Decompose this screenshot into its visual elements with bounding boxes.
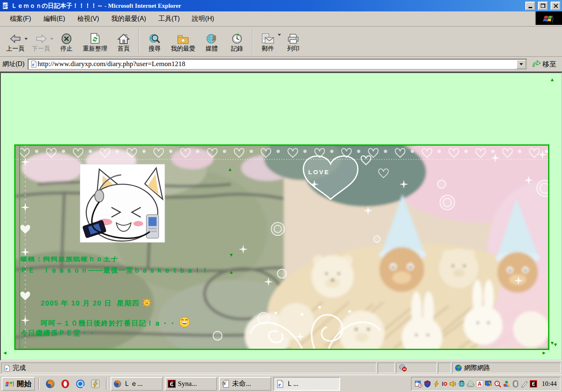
quicktime-icon[interactable] <box>75 379 85 389</box>
close-button[interactable] <box>551 2 560 10</box>
lightning-icon[interactable] <box>433 380 440 388</box>
task-synaptics[interactable]: Syna... <box>165 377 217 391</box>
forward-dropdown-icon[interactable] <box>50 38 53 40</box>
stop-button[interactable]: 停止 <box>54 28 79 55</box>
menu-view[interactable]: 檢視(V) <box>72 13 105 25</box>
display-settings-icon[interactable] <box>485 380 492 388</box>
media-icon <box>206 31 217 44</box>
go-arrow-icon <box>532 60 541 68</box>
volume-icon[interactable] <box>449 380 456 388</box>
menu-file[interactable]: 檔案(F) <box>4 13 37 25</box>
menu-favorites[interactable]: 我的最愛(A) <box>106 13 152 25</box>
start-button[interactable]: 開始 <box>2 377 35 391</box>
print-button[interactable]: 列印 <box>281 28 306 55</box>
taskbar-clock[interactable]: 10:44 <box>542 380 557 388</box>
ie-logo-icon: e <box>2 2 9 9</box>
diary-entry-title: ＰＥ ｌｅｓｓｏｎ——最後一堂ｂａｓｋｅｔｂａｌｌ <box>20 266 239 275</box>
go-button[interactable]: 移至 <box>530 59 560 70</box>
chevron-down-icon <box>520 63 523 65</box>
offline-pane <box>396 363 437 373</box>
bluetooth-icon[interactable] <box>512 380 519 388</box>
menu-help[interactable]: 說明(H) <box>186 13 220 25</box>
close-icon <box>553 4 558 8</box>
messenger-person-icon[interactable] <box>503 380 510 388</box>
page-content: ▲ ▼ ◄ ► <box>0 72 562 361</box>
home-button[interactable]: 首頁 <box>111 28 136 55</box>
diary-date-text: 2005 年 10 月 20 日 星期四 <box>41 299 139 307</box>
windows-flag-icon <box>5 379 15 388</box>
search-label: 搜尋 <box>148 45 161 53</box>
address-dropdown-button[interactable] <box>516 60 526 69</box>
history-button[interactable]: 記錄 <box>224 28 250 55</box>
favorites-button[interactable]: 我的最愛 <box>167 28 199 55</box>
cd-icon[interactable] <box>467 380 474 388</box>
restore-button[interactable] <box>538 2 548 10</box>
zone-label: 網際網路 <box>464 364 490 372</box>
task-label: Ｌ... <box>286 379 299 388</box>
offline-globe-icon <box>398 364 407 372</box>
winamp-icon[interactable] <box>91 379 100 389</box>
history-label: 記錄 <box>231 45 243 53</box>
calendar-clock-icon[interactable]: 38 <box>415 380 422 388</box>
task-untitled-paint[interactable]: 未命... <box>219 377 271 391</box>
system-tray: 38 A 10:44 <box>411 377 560 391</box>
love-text: LOVE <box>308 168 330 175</box>
windows-logo-throbber <box>535 11 562 25</box>
diary-body-line-2: 今日繼續係ＰＥ堂・・ <box>20 328 96 338</box>
antivirus-shield-icon[interactable] <box>424 380 431 388</box>
marquee-up-icon[interactable]: ▲ <box>228 167 232 172</box>
internet-globe-icon <box>455 364 462 372</box>
letter-a-icon[interactable]: A <box>476 380 483 388</box>
cat-sticker <box>80 164 165 242</box>
search-button[interactable]: 搜尋 <box>142 28 167 55</box>
pen-icon[interactable] <box>521 380 528 388</box>
address-label: 網址(D) <box>2 60 24 69</box>
refresh-icon <box>90 31 100 44</box>
hearts-border <box>15 147 548 164</box>
paint-icon <box>222 380 230 388</box>
nickname-clip: 暱稱：狗狗皇族眠㗎ｈｏ王子 <box>20 257 241 264</box>
menu-bar: 檔案(F) 編輯(E) 檢視(V) 我的最愛(A) 工具(T) 說明(H) <box>0 11 562 27</box>
grin-emoji-icon <box>179 317 190 330</box>
scheduler-icon[interactable] <box>494 380 501 388</box>
taskbar-divider <box>106 378 107 390</box>
back-button[interactable]: 上一頁 <box>2 28 28 55</box>
restore-icon <box>541 4 545 8</box>
menu-edit[interactable]: 編輯(E) <box>38 13 71 25</box>
task-firefox[interactable]: Ｌｅ... <box>111 377 163 391</box>
page-scroll-up-icon[interactable]: ▲ <box>550 77 555 82</box>
ie-page-icon: e <box>4 365 11 372</box>
page-scroll-right-icon[interactable]: ► <box>542 350 547 355</box>
stop-icon <box>61 31 72 44</box>
home-icon <box>117 31 130 44</box>
minimize-icon <box>529 7 532 8</box>
mute-icon[interactable] <box>442 380 447 388</box>
taskbar: 開始 Ｌｅ... Syna... 未命... e Ｌ... 38 <box>0 374 562 392</box>
print-label: 列印 <box>287 45 299 53</box>
sync-globe-icon[interactable] <box>458 380 465 388</box>
refresh-button[interactable]: 重新整理 <box>79 28 111 55</box>
refresh-label: 重新整理 <box>83 45 107 53</box>
address-input[interactable] <box>38 60 516 68</box>
back-dropdown-icon[interactable] <box>24 38 28 40</box>
menu-tools[interactable]: 工具(T) <box>153 13 185 25</box>
taskbar-divider <box>38 378 40 390</box>
forward-button[interactable]: 下一頁 <box>28 28 54 55</box>
status-pane-empty-2 <box>438 363 451 373</box>
task-ie-lemon-diary[interactable]: e Ｌ... <box>273 377 340 391</box>
opera-icon[interactable] <box>60 379 70 389</box>
mail-button[interactable]: 郵件 <box>255 28 281 55</box>
page-scroll-left-icon[interactable]: ◄ <box>2 350 7 355</box>
search-icon <box>148 31 161 44</box>
address-field[interactable]: e <box>28 59 527 70</box>
media-button[interactable]: 媒體 <box>199 28 224 55</box>
e-black-icon[interactable] <box>530 380 537 388</box>
firefox-icon[interactable] <box>45 379 55 389</box>
go-label: 移至 <box>542 60 556 69</box>
banner-scroll-down-icon[interactable]: ▼ <box>553 342 558 347</box>
svg-text:38: 38 <box>416 381 418 383</box>
status-text: 完成 <box>13 364 26 372</box>
forward-icon <box>35 31 47 44</box>
diary-nickname: 暱稱：狗狗皇族眠㗎ｈｏ王子 <box>20 257 241 264</box>
minimize-button[interactable] <box>525 2 535 10</box>
